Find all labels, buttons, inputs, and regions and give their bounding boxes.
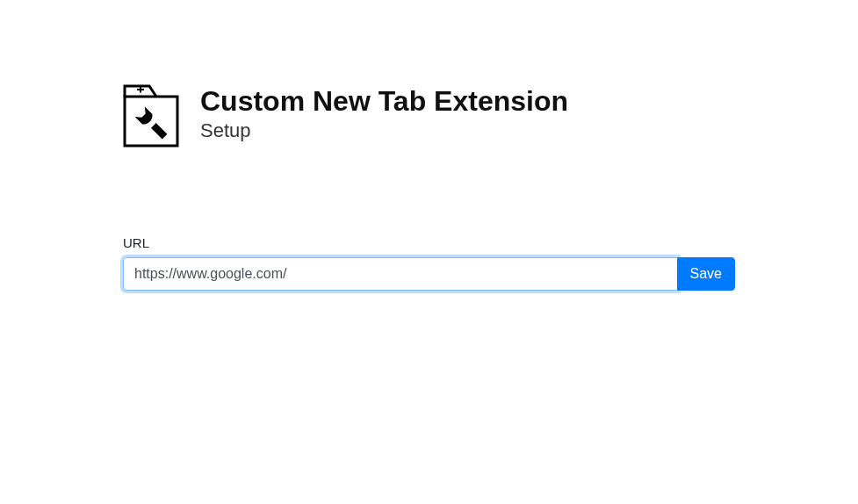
- page-subtitle: Setup: [200, 119, 568, 142]
- url-input[interactable]: [123, 257, 678, 291]
- page-title: Custom New Tab Extension: [200, 84, 568, 118]
- svg-rect-0: [125, 97, 177, 146]
- save-button[interactable]: Save: [677, 257, 735, 291]
- page-container: Custom New Tab Extension Setup URL Save: [0, 0, 858, 291]
- titles: Custom New Tab Extension Setup: [200, 84, 568, 142]
- url-form: URL Save: [123, 235, 735, 291]
- header-row: Custom New Tab Extension Setup: [123, 84, 735, 148]
- url-label: URL: [123, 235, 735, 250]
- settings-tab-icon: [123, 84, 179, 148]
- url-input-group: Save: [123, 257, 735, 291]
- svg-rect-3: [151, 123, 167, 139]
